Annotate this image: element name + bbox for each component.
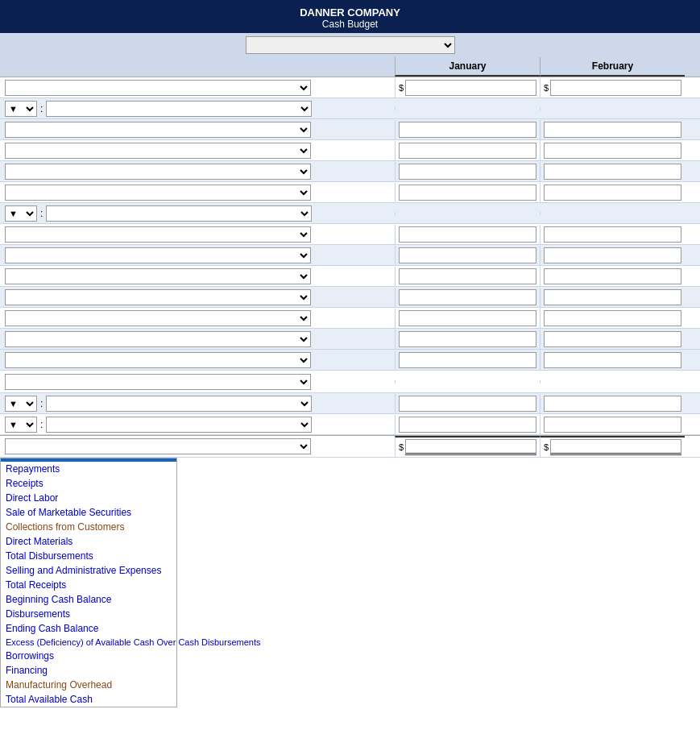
jan-cell: [395, 309, 540, 328]
jan-input[interactable]: [399, 352, 536, 368]
dropdown-item-beginning-cash[interactable]: Beginning Cash Balance: [1, 592, 176, 607]
dropdown-item-receipts[interactable]: Receipts: [1, 476, 176, 491]
label-select[interactable]: [5, 122, 311, 138]
jan-input[interactable]: [399, 310, 536, 326]
feb-input[interactable]: [544, 164, 681, 180]
dropdown-item-financing[interactable]: Financing: [1, 663, 176, 678]
jan-cell: [395, 394, 540, 413]
feb-input[interactable]: [544, 226, 681, 243]
jan-input[interactable]: [399, 247, 536, 263]
jan-input[interactable]: [399, 417, 536, 433]
label-select[interactable]: [46, 396, 312, 412]
feb-input[interactable]: [544, 247, 681, 263]
jan-cell: [395, 330, 540, 349]
feb-input[interactable]: [544, 417, 681, 433]
feb-total-input[interactable]: [550, 439, 681, 455]
dropdown-item-total-available-cash[interactable]: Total Available Cash: [1, 692, 176, 707]
row-label: [0, 225, 395, 244]
table-row: [0, 182, 700, 203]
feb-input[interactable]: [544, 396, 681, 412]
jan-input[interactable]: [399, 268, 536, 284]
dropdown-item-total-disbursements[interactable]: Total Disbursements: [1, 549, 176, 563]
label-select[interactable]: [5, 331, 311, 347]
period-select[interactable]: [246, 36, 455, 54]
dropdown-item-excess-deficiency[interactable]: Excess (Deficiency) of Available Cash Ov…: [1, 636, 176, 649]
jan-cell: [395, 162, 540, 181]
feb-input[interactable]: [544, 289, 681, 305]
label-select[interactable]: [5, 352, 311, 368]
feb-cell: [540, 394, 685, 413]
jan-input[interactable]: [405, 80, 536, 96]
label-select[interactable]: [5, 247, 311, 263]
dropdown-item-collections[interactable]: Collections from Customers: [1, 520, 176, 534]
feb-input[interactable]: [550, 80, 681, 96]
label-select[interactable]: [5, 438, 311, 454]
jan-input[interactable]: [399, 143, 536, 159]
jan-input[interactable]: [399, 122, 536, 138]
dropdown-item-sale-marketable[interactable]: Sale of Marketable Securities: [1, 505, 176, 520]
label-select[interactable]: [5, 268, 311, 284]
jan-cell: [395, 288, 540, 307]
dropdown-item-direct-materials[interactable]: Direct Materials: [1, 534, 176, 549]
label-select[interactable]: [5, 164, 311, 180]
row-label: [0, 372, 395, 392]
label-select[interactable]: [46, 417, 312, 433]
feb-cell: [540, 162, 685, 181]
dropdown-item-disbursements[interactable]: Disbursements: [1, 607, 176, 621]
feb-cell: [540, 415, 685, 434]
feb-cell: [540, 141, 685, 160]
dropdown-open-area: Repayments Receipts Direct Labor Sale of…: [0, 458, 700, 707]
row-label: [0, 288, 395, 307]
table-row: $ $: [0, 77, 700, 98]
table-row: [0, 308, 700, 329]
feb-input[interactable]: [544, 143, 681, 159]
jan-input[interactable]: [399, 226, 536, 243]
label-select[interactable]: [46, 101, 312, 117]
type-select[interactable]: ▼: [5, 205, 37, 222]
feb-input[interactable]: [544, 352, 681, 368]
jan-input[interactable]: [399, 289, 536, 305]
jan-cell: [395, 183, 540, 202]
label-select[interactable]: [5, 226, 311, 243]
jan-cell: [395, 107, 540, 110]
row-label: ▼ :: [0, 394, 395, 413]
dropdown-item-repayments[interactable]: Repayments: [1, 462, 176, 476]
feb-cell: [540, 120, 685, 139]
table-row: [0, 371, 700, 393]
feb-input[interactable]: [544, 310, 681, 326]
jan-input[interactable]: [399, 396, 536, 412]
label-select[interactable]: [5, 80, 311, 96]
feb-input[interactable]: [544, 331, 681, 347]
label-select[interactable]: [5, 185, 311, 201]
row-label: [0, 309, 395, 328]
label-select[interactable]: [5, 143, 311, 159]
type-select[interactable]: ▼: [5, 101, 37, 117]
separator: :: [40, 103, 43, 114]
type-select[interactable]: ▼: [5, 417, 37, 433]
table-row: ▼ :: [0, 203, 700, 224]
dropdown-item-manufacturing-overhead[interactable]: Manufacturing Overhead: [1, 678, 176, 692]
table-row: [0, 161, 700, 182]
label-select[interactable]: [5, 310, 311, 326]
label-select[interactable]: [5, 374, 311, 390]
dropdown-item-ending-cash[interactable]: Ending Cash Balance: [1, 621, 176, 636]
company-name: DANNER COMPANY: [3, 6, 697, 19]
label-select[interactable]: [46, 205, 312, 222]
label-select[interactable]: [5, 289, 311, 305]
feb-input[interactable]: [544, 185, 681, 201]
dropdown-item-total-receipts[interactable]: Total Receipts: [1, 578, 176, 592]
feb-input[interactable]: [544, 268, 681, 284]
feb-cell: [540, 212, 685, 215]
dropdown-item-selling-admin[interactable]: Selling and Administrative Expenses: [1, 563, 176, 578]
jan-input[interactable]: [399, 164, 536, 180]
dropdown-item-borrowings[interactable]: Borrowings: [1, 649, 176, 663]
jan-total-input[interactable]: [405, 439, 536, 455]
type-select[interactable]: ▼: [5, 396, 37, 412]
table-row: ▼ :: [0, 414, 700, 435]
table-row: [0, 350, 700, 371]
jan-input[interactable]: [399, 331, 536, 347]
feb-input[interactable]: [544, 122, 681, 138]
dropdown-item-direct-labor[interactable]: Direct Labor: [1, 491, 176, 505]
february-header: February: [540, 57, 685, 77]
jan-input[interactable]: [399, 185, 536, 201]
